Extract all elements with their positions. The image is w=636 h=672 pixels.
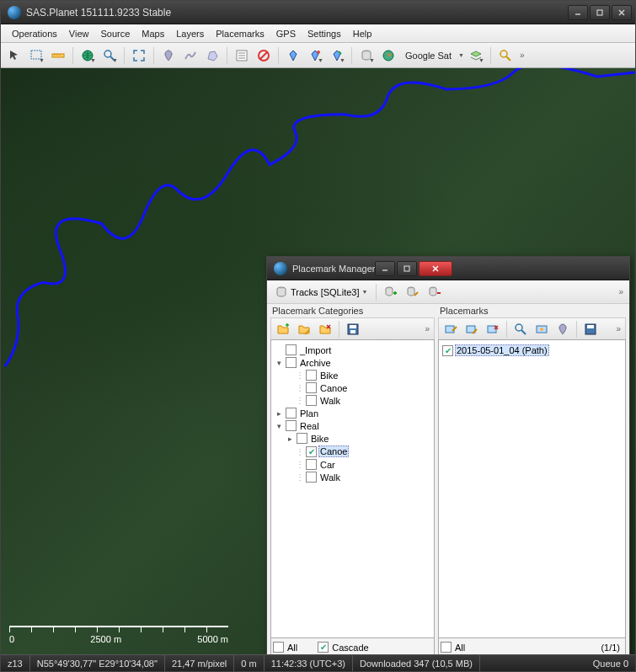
dialog-close-button[interactable]: [419, 261, 452, 276]
search-placemark-button[interactable]: [510, 319, 531, 339]
categories-all-checkbox[interactable]: All: [273, 642, 297, 653]
globe-tool[interactable]: ▼: [77, 45, 98, 66]
map-source-label[interactable]: Google Sat: [400, 51, 457, 61]
ruler-tool[interactable]: [48, 45, 68, 66]
gps-connect-button[interactable]: [283, 45, 303, 66]
add-db-button[interactable]: [381, 282, 401, 302]
dialog-icon: [274, 262, 287, 275]
placemarks-panel: Placemarks »: [438, 304, 626, 654]
svg-point-18: [317, 51, 320, 54]
svg-point-10: [104, 51, 111, 57]
edit-placemark-button[interactable]: [462, 319, 482, 339]
svg-rect-32: [350, 325, 356, 328]
svg-point-21: [500, 51, 507, 57]
placemarks-count: (1/1): [601, 643, 623, 653]
save-placemark-button[interactable]: [580, 319, 601, 339]
placemark-polygon-tool[interactable]: [202, 45, 222, 66]
tree-item: ⋮Canoe: [275, 381, 430, 394]
close-button[interactable]: [612, 5, 632, 20]
cascade-checkbox[interactable]: ✔Cascade: [318, 642, 368, 653]
categories-toolbar: »: [270, 317, 435, 339]
menu-settings[interactable]: Settings: [302, 27, 347, 40]
save-category-button[interactable]: [343, 319, 363, 339]
goto-placemark-button[interactable]: [441, 319, 461, 339]
gps-center-button[interactable]: ▼: [327, 45, 347, 66]
svg-point-40: [540, 328, 543, 331]
dialog-toolbar-overflow[interactable]: »: [616, 287, 626, 296]
placemarks-footer: All (1/1): [438, 638, 626, 654]
add-category-button[interactable]: [273, 319, 293, 339]
placemark-manager-dialog[interactable]: Placemark Manager Tracks [SQLite3] ▼ »: [266, 256, 630, 654]
placemarks-label: Placemarks: [438, 304, 626, 317]
map-source-dropdown[interactable]: ▼: [458, 52, 464, 58]
placemarks-toolbar-overflow[interactable]: »: [613, 324, 623, 333]
dialog-toolbar: Tracks [SQLite3] ▼ »: [267, 280, 629, 304]
menu-help[interactable]: Help: [347, 27, 378, 40]
fit-placemark-button[interactable]: [532, 319, 552, 339]
dialog-minimize-button[interactable]: [375, 261, 395, 276]
placemark-path-tool[interactable]: [180, 45, 200, 66]
menubar: Operations View Source Maps Layers Place…: [1, 24, 635, 43]
menu-gps[interactable]: GPS: [270, 27, 302, 40]
search-button[interactable]: [495, 45, 516, 66]
placemark-manager-button[interactable]: [232, 45, 252, 66]
scale-left: 0: [9, 634, 14, 644]
status-time: 11:42:33 (UTC+3): [265, 655, 353, 671]
maximize-button[interactable]: [590, 5, 610, 20]
pointer-tool[interactable]: [4, 45, 24, 66]
menu-maps[interactable]: Maps: [136, 27, 170, 40]
menu-operations[interactable]: Operations: [6, 27, 63, 40]
status-mpp: 21,47 m/pixel: [165, 655, 234, 671]
edit-db-button[interactable]: [403, 282, 423, 302]
dialog-title: Placemark Manager: [292, 264, 375, 274]
map-view[interactable]: 0 2500 m 5000 m Placemark Manager Tracks: [1, 68, 635, 654]
delete-placemark-button[interactable]: [483, 319, 503, 339]
categories-toolbar-overflow[interactable]: »: [422, 324, 432, 333]
svg-rect-34: [446, 326, 454, 333]
dialog-titlebar[interactable]: Placemark Manager: [267, 257, 629, 280]
titlebar[interactable]: SAS.Planet 151111.9233 Stable: [1, 1, 635, 24]
svg-rect-24: [404, 266, 409, 271]
tree-item: ⋮Walk: [275, 471, 430, 483]
svg-line-22: [506, 56, 510, 61]
menu-source[interactable]: Source: [94, 27, 136, 40]
layers-button[interactable]: ▼: [466, 45, 486, 66]
database-selector[interactable]: Tracks [SQLite3] ▼: [270, 284, 371, 301]
menu-placemarks[interactable]: Placemarks: [210, 27, 270, 40]
svg-line-17: [260, 52, 267, 59]
tree-item-import: _Import: [275, 344, 430, 356]
add-placemark-button[interactable]: [553, 319, 573, 339]
select-rect-tool[interactable]: ▼: [26, 45, 46, 66]
toolbar: ▼ ▼ ▼ ▼ ▼ ▼ Google Sat ▼ ▼ »: [1, 43, 635, 68]
placemark-point-tool[interactable]: [158, 45, 179, 66]
scale-mid: 2500 m: [90, 634, 121, 644]
placemarks-all-checkbox[interactable]: All: [441, 642, 465, 653]
menu-view[interactable]: View: [63, 27, 95, 40]
status-zoom: z13: [1, 655, 30, 671]
edit-category-button[interactable]: [294, 319, 314, 339]
menu-layers[interactable]: Layers: [170, 27, 210, 40]
dialog-maximize-button[interactable]: [397, 261, 417, 276]
fullscreen-tool[interactable]: [129, 45, 149, 66]
gps-track-button[interactable]: ▼: [305, 45, 325, 66]
status-queue: Queue 0: [586, 655, 635, 671]
tree-item: ⋮Car: [275, 458, 430, 471]
placemarks-list[interactable]: ✔ 2015-05-01_04 (Path): [438, 339, 626, 638]
toolbar-overflow[interactable]: »: [517, 51, 527, 60]
categories-tree[interactable]: _Import ▾Archive ⋮Bike ⋮Canoe ⋮Walk ▸Pla…: [270, 339, 435, 638]
status-coords: N55°49'30,77" E29°10'34,08": [30, 655, 165, 671]
svg-rect-5: [52, 54, 64, 57]
remove-db-button[interactable]: [425, 282, 445, 302]
tree-item: ▸Bike: [275, 432, 430, 445]
categories-footer: All ✔Cascade: [270, 638, 435, 654]
map-source-icon[interactable]: [378, 45, 398, 66]
minimize-button[interactable]: [568, 5, 588, 20]
zoom-tool[interactable]: ▼: [99, 45, 120, 66]
tree-item-plan: ▸Plan: [275, 407, 430, 419]
svg-line-38: [521, 330, 526, 334]
hide-placemarks-button[interactable]: [254, 45, 274, 66]
cache-button[interactable]: ▼: [356, 45, 377, 66]
remove-category-button[interactable]: [315, 319, 335, 339]
tree-item-archive: ▾Archive: [275, 356, 430, 369]
svg-point-37: [516, 324, 522, 331]
